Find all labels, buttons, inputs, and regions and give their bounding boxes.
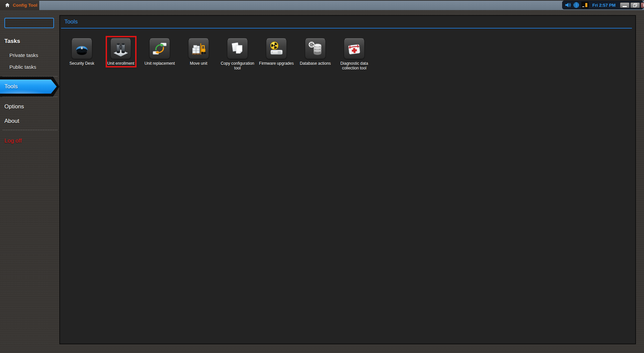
sidebar-divider [3, 97, 57, 97]
main-panel: Tools Security Desk [59, 15, 636, 344]
tools-grid: Security Desk Unit enrollment [62, 38, 374, 70]
tasks-header: Tasks [4, 38, 20, 45]
minimize-button[interactable] [620, 2, 630, 8]
unit-enrollment-button[interactable] [110, 38, 131, 59]
title-underline [61, 28, 632, 29]
tool-label[interactable]: Database actions [297, 61, 334, 66]
diagnostic-data-collection-tool-button[interactable] [344, 38, 365, 59]
database-actions-button[interactable] [305, 38, 326, 59]
input-language-indicator[interactable] [581, 2, 589, 8]
window-buttons [620, 2, 644, 8]
copy-configuration-tool-button[interactable] [227, 38, 248, 59]
sidebar-item-private-tasks[interactable]: Private tasks [9, 52, 38, 58]
minimize-icon [623, 6, 627, 7]
home-icon [5, 2, 10, 8]
sidebar-item-public-tasks[interactable]: Public tasks [9, 64, 36, 70]
restore-icon [633, 3, 637, 7]
page-title: Tools [64, 18, 78, 25]
tool-label[interactable]: Move unit [180, 61, 217, 66]
sidebar-item-log-off[interactable]: Log off [4, 138, 22, 144]
sidebar-item-options[interactable]: Options [4, 103, 24, 110]
titlebar-strip [39, 1, 644, 10]
network-globe-icon[interactable] [573, 2, 580, 8]
config-tool-tab[interactable]: Config Tool [0, 0, 39, 10]
tool-unit-enrollment: Unit enrollment [101, 38, 140, 70]
radioactive-device-icon [268, 41, 284, 57]
database-gear-icon [307, 41, 323, 57]
move-unit-button[interactable] [188, 38, 209, 59]
volume-icon[interactable] [565, 2, 571, 8]
tool-firmware-upgrades: Firmware upgrades [257, 38, 296, 70]
security-desk-button[interactable] [71, 38, 92, 59]
tool-label[interactable]: Diagnostic data collection tool [335, 61, 373, 70]
tray-clock[interactable]: Fri 2:57 PM [590, 3, 618, 8]
tool-database-actions: Database actions [296, 38, 335, 70]
indicator-underscore [582, 6, 584, 7]
tool-label[interactable]: Unit replacement [141, 61, 178, 66]
close-button[interactable] [641, 2, 644, 8]
firmware-upgrades-button[interactable] [266, 38, 287, 59]
sidebar-item-about[interactable]: About [4, 118, 19, 124]
tool-copy-configuration: Copy configuration tool [218, 38, 257, 70]
unit-replacement-button[interactable] [149, 38, 170, 59]
binoculars-icon [113, 41, 129, 57]
tool-label[interactable]: Copy configuration tool [219, 61, 256, 70]
tool-label[interactable]: Security Desk [63, 61, 101, 66]
sidebar-divider [3, 130, 57, 130]
tool-unit-replacement: Unit replacement [140, 38, 179, 70]
indicator-orange-bar [585, 3, 587, 7]
system-tray: Fri 2:57 PM [562, 1, 643, 9]
restore-button[interactable] [630, 2, 640, 8]
swap-units-icon [152, 41, 168, 57]
sidebar-item-tools[interactable]: Tools [0, 80, 57, 94]
tools-nav-label: Tools [0, 83, 18, 90]
titlebar: Config Tool Fri 2:57 PM [0, 0, 644, 10]
tab-label: Config Tool [13, 3, 37, 8]
sidebar-divider [3, 76, 57, 77]
tool-security-desk: Security Desk [62, 38, 101, 70]
tool-move-unit: Move unit [179, 38, 218, 70]
tool-label[interactable]: Firmware upgrades [258, 61, 295, 66]
forklift-icon [191, 41, 207, 57]
copy-pages-icon [229, 41, 246, 57]
police-cap-icon [74, 41, 90, 57]
first-aid-kit-icon [346, 41, 362, 57]
search-input[interactable] [4, 18, 54, 28]
tool-diagnostic-data: Diagnostic data collection tool [335, 38, 374, 70]
tool-label[interactable]: Unit enrollment [102, 61, 140, 66]
